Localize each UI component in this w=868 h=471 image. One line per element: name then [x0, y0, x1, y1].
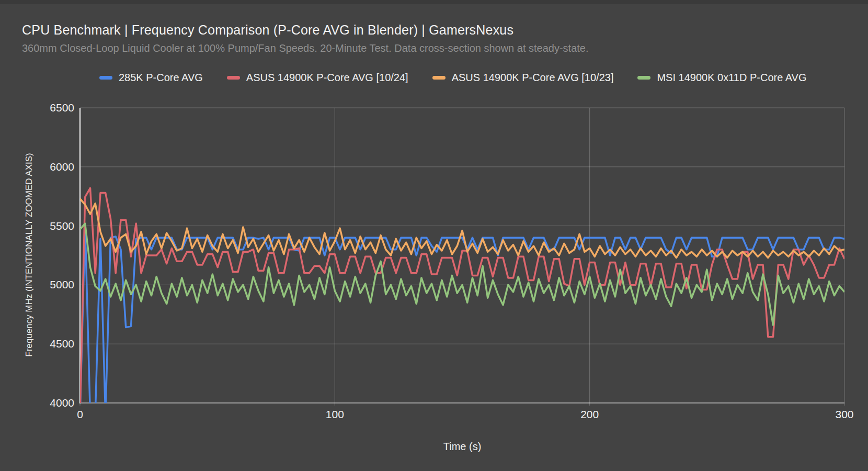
y-tick-label: 4000: [27, 397, 74, 409]
series-line-1: [80, 188, 844, 414]
page-title: CPU Benchmark | Frequency Comparison (P-…: [22, 23, 513, 38]
legend-item: 285K P-Core AVG: [99, 72, 203, 84]
plot-area: [0, 0, 868, 471]
y-tick-label: 5500: [27, 220, 74, 232]
page-subtitle: 360mm Closed-Loop Liquid Cooler at 100% …: [22, 42, 589, 54]
series-group: [80, 188, 844, 414]
legend-item: MSI 14900K 0x11D P-Core AVG: [637, 72, 806, 84]
legend-swatch-icon: [227, 76, 240, 80]
legend-item: ASUS 14900K P-Core AVG [10/24]: [227, 72, 408, 84]
legend-item: ASUS 14900K P-Core AVG [10/23]: [432, 72, 614, 84]
y-tick-label: 4500: [27, 338, 74, 350]
y-tick-label: 6500: [27, 102, 74, 114]
y-tick-label: 5000: [27, 278, 74, 291]
x-tick-label: 100: [311, 408, 358, 421]
series-line-2: [80, 199, 844, 258]
legend-label: 285K P-Core AVG: [119, 72, 203, 84]
legend-swatch-icon: [432, 76, 446, 80]
chart-canvas: CPU Benchmark | Frequency Comparison (P-…: [0, 0, 868, 471]
legend-swatch-icon: [637, 76, 650, 80]
x-tick-label: 0: [56, 408, 104, 421]
legend-swatch-icon: [99, 76, 112, 80]
x-axis-title: Time (s): [443, 441, 482, 453]
legend-label: ASUS 14900K P-Core AVG [10/24]: [246, 72, 408, 84]
x-tick-label: 300: [821, 408, 868, 421]
y-tick-label: 6000: [27, 161, 74, 173]
x-tick-label: 200: [566, 408, 613, 421]
legend-label: MSI 14900K 0x11D P-Core AVG: [657, 72, 806, 84]
legend: 285K P-Core AVGASUS 14900K P-Core AVG [1…: [99, 72, 807, 84]
y-axis-title: Frequency MHz (INTENTIONALLY ZOOMED AXIS…: [24, 153, 35, 357]
legend-label: ASUS 14900K P-Core AVG [10/23]: [452, 72, 614, 84]
